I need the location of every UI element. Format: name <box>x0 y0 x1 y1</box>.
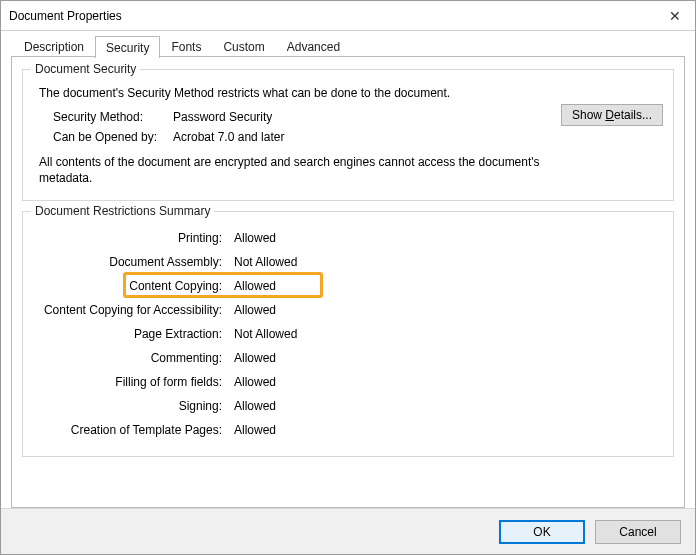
security-description: The document's Security Method restricts… <box>39 86 663 100</box>
restriction-label: Filling of form fields: <box>33 375 228 389</box>
tab-description[interactable]: Description <box>13 36 95 57</box>
tabpage-security: Document Security The document's Securit… <box>11 57 685 508</box>
restriction-label: Creation of Template Pages: <box>33 423 228 437</box>
tabstrip: Description Security Fonts Custom Advanc… <box>11 35 685 57</box>
restriction-row: Page Extraction:Not Allowed <box>33 322 663 346</box>
restriction-label: Document Assembly: <box>33 255 228 269</box>
group-legend: Document Security <box>31 62 140 76</box>
label-opened-by: Can be Opened by: <box>33 130 163 144</box>
restriction-value: Allowed <box>228 351 276 365</box>
group-legend: Document Restrictions Summary <box>31 204 214 218</box>
restriction-value: Allowed <box>228 423 276 437</box>
dialog-footer: OK Cancel <box>1 508 695 554</box>
restriction-label: Content Copying for Accessibility: <box>33 303 228 317</box>
dialog-document-properties: Document Properties ✕ Description Securi… <box>0 0 696 555</box>
restriction-label: Printing: <box>33 231 228 245</box>
restriction-label: Page Extraction: <box>33 327 228 341</box>
restriction-row: Filling of form fields:Allowed <box>33 370 663 394</box>
restriction-row: Content Copying:Allowed <box>33 274 663 298</box>
group-restrictions-summary: Document Restrictions Summary Printing:A… <box>22 211 674 457</box>
window-title: Document Properties <box>9 9 655 23</box>
row-can-be-opened-by: Can be Opened by: Acrobat 7.0 and later <box>33 130 663 144</box>
restriction-row: Document Assembly:Not Allowed <box>33 250 663 274</box>
show-details-button[interactable]: Show Details... <box>561 104 663 126</box>
group-document-security: Document Security The document's Securit… <box>22 69 674 201</box>
restriction-row: Creation of Template Pages:Allowed <box>33 418 663 442</box>
tab-security[interactable]: Security <box>95 36 160 58</box>
restriction-value: Allowed <box>228 303 276 317</box>
ok-button[interactable]: OK <box>499 520 585 544</box>
restriction-label: Commenting: <box>33 351 228 365</box>
restrictions-list: Printing:AllowedDocument Assembly:Not Al… <box>33 226 663 442</box>
tab-fonts[interactable]: Fonts <box>160 36 212 57</box>
restriction-row: Printing:Allowed <box>33 226 663 250</box>
label-security-method: Security Method: <box>33 110 163 124</box>
tab-advanced[interactable]: Advanced <box>276 36 351 57</box>
dialog-body: Description Security Fonts Custom Advanc… <box>1 31 695 508</box>
tab-custom[interactable]: Custom <box>212 36 275 57</box>
value-security-method: Password Security <box>163 110 272 124</box>
close-icon[interactable]: ✕ <box>655 2 695 30</box>
restriction-value: Allowed <box>228 231 276 245</box>
encryption-note: All contents of the document are encrypt… <box>39 154 559 186</box>
restriction-row: Content Copying for Accessibility:Allowe… <box>33 298 663 322</box>
restriction-value: Allowed <box>228 399 276 413</box>
restriction-value: Not Allowed <box>228 255 297 269</box>
titlebar: Document Properties ✕ <box>1 1 695 31</box>
value-opened-by: Acrobat 7.0 and later <box>163 130 284 144</box>
restriction-row: Commenting:Allowed <box>33 346 663 370</box>
restriction-label: Signing: <box>33 399 228 413</box>
cancel-button[interactable]: Cancel <box>595 520 681 544</box>
restriction-value: Not Allowed <box>228 327 297 341</box>
restriction-value: Allowed <box>228 279 276 293</box>
restriction-row: Signing:Allowed <box>33 394 663 418</box>
restriction-value: Allowed <box>228 375 276 389</box>
restriction-label: Content Copying: <box>33 279 228 293</box>
